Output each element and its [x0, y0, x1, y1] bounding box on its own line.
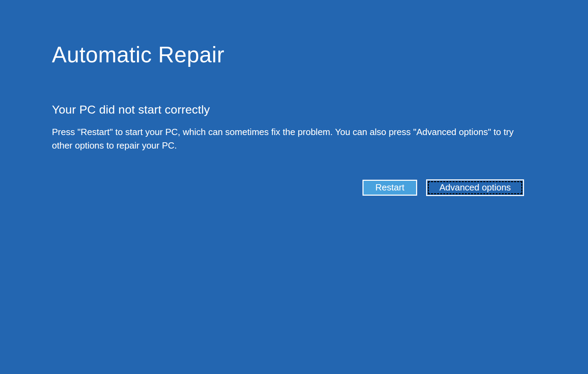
- button-row: Restart Advanced options: [52, 179, 524, 196]
- advanced-options-button[interactable]: Advanced options: [426, 179, 524, 196]
- advanced-options-button-label: Advanced options: [439, 182, 511, 193]
- page-title: Automatic Repair: [52, 0, 524, 68]
- restart-button[interactable]: Restart: [362, 180, 417, 196]
- automatic-repair-screen: Automatic Repair Your PC did not start c…: [0, 0, 588, 374]
- restart-button-label: Restart: [375, 182, 404, 193]
- instructions-text: Press "Restart" to start your PC, which …: [52, 125, 524, 152]
- instructions-line-1: Press "Restart" to start your PC, which …: [52, 125, 524, 139]
- status-heading: Your PC did not start correctly: [52, 103, 524, 116]
- instructions-line-2: other options to repair your PC.: [52, 139, 524, 152]
